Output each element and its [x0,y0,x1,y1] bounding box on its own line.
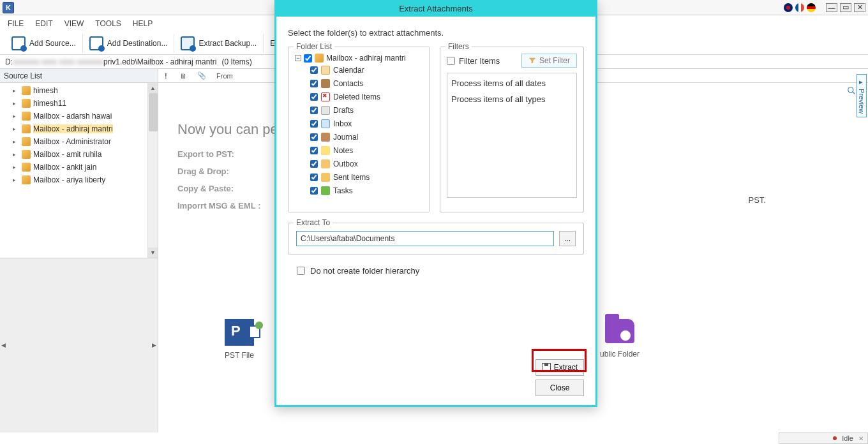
folder-label: Notes [333,146,353,155]
grid-col-attach-icon[interactable]: 📎 [197,71,206,80]
mailbox-icon [22,175,31,184]
mailbox-icon [315,54,324,63]
folder-item[interactable]: Tasks [310,185,423,196]
tree-row[interactable]: ▸Mailbox - ankit jain [0,161,158,174]
folder-item[interactable]: Notes [310,145,423,156]
window-close-button[interactable]: ✕ [854,3,865,12]
source-tree[interactable]: ▸himesh▸himesh11▸Mailbox - adarsh hawai▸… [0,83,158,188]
extract-attachments-dialog: Extract Attachments Select the folder(s)… [274,0,597,407]
add-source-label: Add Source... [29,39,76,48]
language-de-icon[interactable] [807,3,816,12]
source-tree-hscroll[interactable]: ◀▶ [0,258,158,433]
tree-row[interactable]: ▸himesh11 [0,97,158,110]
folder-checkbox[interactable] [310,93,318,101]
extract-button-label: Extract [554,363,578,372]
folder-checkbox[interactable] [310,80,318,87]
preview-tab[interactable]: ▸ Preview [857,74,867,117]
set-filter-label: Set Filter [539,56,570,65]
public-folder-card[interactable]: ublic Folder [600,319,640,359]
language-fr-icon[interactable] [795,3,804,12]
folder-label: Tasks [333,186,353,195]
dialog-title: Extract Attachments [274,0,597,17]
pst-file-label: PST File [225,351,254,360]
tree-row[interactable]: ▸himesh [0,84,158,97]
menu-tools[interactable]: TOOLS [95,19,121,28]
folder-item[interactable]: Outbox [310,158,423,170]
folder-item[interactable]: Journal [310,131,423,143]
folder-checkbox[interactable] [310,66,318,74]
tree-row[interactable]: ▸Mailbox - adhiraj mantri [0,122,158,135]
search-icon[interactable] [845,84,858,97]
add-destination-button[interactable]: + Add Destination... [83,34,175,53]
tree-row[interactable]: ▸Mailbox - adarsh hawai [0,110,158,122]
status-close-icon[interactable]: ✕ [858,435,864,442]
set-filter-button[interactable]: Set Filter [521,54,577,68]
window-minimize-button[interactable]: — [826,3,837,12]
expander-icon[interactable]: ▸ [13,138,19,145]
browse-button[interactable]: ... [559,231,576,246]
folder-checkbox[interactable] [310,160,318,168]
folder-item[interactable]: Inbox [310,118,423,130]
folder-icon [321,93,330,101]
expander-icon[interactable]: ▸ [13,87,19,94]
pst-file-card[interactable]: PST File [225,319,254,360]
mailbox-icon [22,124,31,133]
filter-items-checkbox[interactable] [447,57,455,65]
folder-item[interactable]: Calendar [310,64,423,76]
menu-edit[interactable]: EDIT [35,19,52,28]
promo-pst-suffix: PST. [749,195,766,205]
expander-icon[interactable]: ▸ [13,151,19,158]
expander-icon[interactable]: ▸ [13,177,19,183]
extract-path-input[interactable] [296,231,554,246]
root-mailbox-checkbox[interactable] [304,54,312,63]
window-maximize-button[interactable]: ▭ [840,3,851,12]
close-button-label: Close [550,383,570,392]
folder-checkbox[interactable] [310,107,318,114]
folder-label: Deleted Items [333,93,380,101]
folder-icon [321,186,330,195]
tree-collapse-icon[interactable]: − [295,55,301,61]
source-pane: Source List ▸himesh▸himesh11▸Mailbox - a… [0,69,158,433]
folder-checkbox[interactable] [310,187,318,195]
tree-row-label: Mailbox - adarsh hawai [33,112,112,121]
filter-summary-list: Process items of all dates Process items… [447,73,577,198]
menu-file[interactable]: FILE [8,19,24,28]
grid-col-from[interactable]: From [216,72,233,80]
folder-item[interactable]: Contacts [310,78,423,89]
expander-icon[interactable]: ▸ [13,164,19,170]
language-uk-icon[interactable] [784,3,793,12]
expander-icon[interactable]: ▸ [13,100,19,107]
expander-icon[interactable]: ▸ [13,113,19,119]
grid-col-flag[interactable]: ! [165,72,170,80]
tree-row[interactable]: ▸Mailbox - Administrator [0,135,158,148]
dialog-folder-tree[interactable]: − Mailbox - adhiraj mantri CalendarConta… [295,54,423,196]
menu-view[interactable]: VIEW [64,19,84,28]
breadcrumb-tail: priv1.edb\Mailbox - adhiraj mantri [103,57,216,66]
filter-items-checkbox-label[interactable]: Filter Items [447,56,500,66]
folder-checkbox[interactable] [310,133,318,141]
tree-row[interactable]: ▸Mailbox - ariya liberty [0,174,158,186]
tree-row[interactable]: ▸Mailbox - amit ruhila [0,148,158,161]
source-tree-scrollbar[interactable]: ▲ ▼ [147,83,158,258]
menu-help[interactable]: HELP [133,19,153,28]
folder-checkbox[interactable] [310,174,318,181]
mailbox-icon [22,99,31,108]
dialog-instruction: Select the folder(s) to extract attachme… [288,28,584,38]
folder-checkbox[interactable] [310,120,318,128]
folder-item[interactable]: Deleted Items [310,91,423,103]
folder-item[interactable]: Drafts [310,105,423,116]
extract-button[interactable]: Extract [535,359,584,376]
extract-backup-button[interactable]: Extract Backup... [174,34,264,53]
no-hierarchy-checkbox[interactable] [297,267,305,275]
folder-checkbox[interactable] [310,147,318,154]
app-icon: K [3,2,14,13]
folder-icon [321,159,330,168]
expander-icon[interactable]: ▸ [13,126,19,132]
no-hierarchy-row[interactable]: Do not create folder hierarchy [297,266,584,276]
breadcrumb-count: (0 Items) [221,57,251,66]
folder-item[interactable]: Sent Items [310,172,423,183]
grid-col-page-icon[interactable]: 🗎 [180,72,187,80]
breadcrumb-drive: D: [5,57,13,66]
add-source-button[interactable]: + Add Source... [5,34,83,53]
close-button[interactable]: Close [535,380,584,396]
